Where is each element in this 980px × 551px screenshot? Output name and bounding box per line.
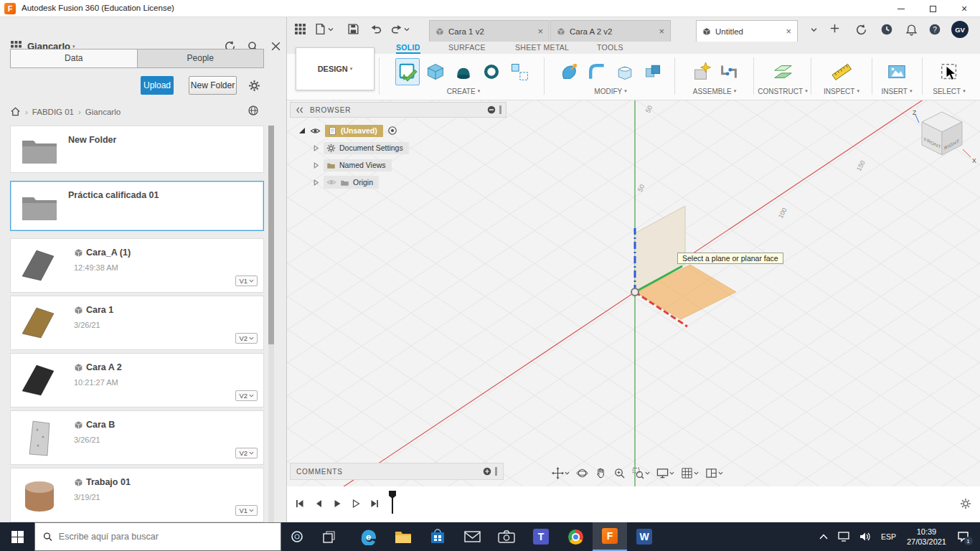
undo-icon[interactable] <box>370 23 382 35</box>
sync-status-icon[interactable] <box>854 22 868 37</box>
tab-close-icon[interactable]: × <box>781 26 791 37</box>
taskbar-edge[interactable]: e <box>352 522 386 551</box>
help-icon[interactable] <box>928 22 942 37</box>
add-comment-plus-icon[interactable] <box>482 466 492 476</box>
save-icon[interactable] <box>347 23 359 35</box>
breadcrumb-current[interactable]: Giancarlo <box>85 108 121 116</box>
taskbar-clock[interactable]: 10:39 27/03/2021 <box>901 527 952 547</box>
folder-card[interactable]: New Folder <box>10 126 264 173</box>
press-pull-button[interactable] <box>557 58 581 85</box>
fillet-button[interactable] <box>585 58 609 85</box>
insert-canvas-button[interactable] <box>885 58 909 85</box>
network-icon[interactable] <box>833 522 854 551</box>
version-dropdown[interactable]: V1 <box>235 505 258 516</box>
task-view-button[interactable] <box>313 522 344 551</box>
language-indicator[interactable]: ESP <box>876 522 901 551</box>
volume-icon[interactable] <box>854 522 876 551</box>
modify-menu[interactable]: MODIFY▾ <box>547 88 674 95</box>
file-card[interactable]: Cara_A (1) 12:49:38 AM V1 <box>10 238 264 293</box>
browser-root-row[interactable]: (Unsaved) <box>298 123 397 138</box>
viewport-canvas[interactable]: 50 50 100 150 BROWSER (Unsaved) <box>287 100 980 486</box>
workspace-selector[interactable]: DESIGN▾ <box>296 47 374 90</box>
timeline-position-marker[interactable] <box>387 491 397 515</box>
upload-button[interactable]: Upload <box>141 76 174 95</box>
revolve-button[interactable] <box>451 58 476 85</box>
user-avatar[interactable]: GV <box>951 21 969 38</box>
version-dropdown[interactable]: V2 <box>235 333 258 344</box>
create-form-button[interactable] <box>423 58 448 85</box>
pan-button[interactable] <box>550 466 572 481</box>
browser-row-named-views[interactable]: Named Views <box>313 158 392 172</box>
visibility-eye-icon[interactable] <box>310 126 321 136</box>
expander-icon[interactable] <box>313 162 319 169</box>
file-menu-icon[interactable] <box>314 23 326 35</box>
step-forward-button[interactable] <box>350 498 362 509</box>
tab-close-icon[interactable]: × <box>654 26 664 37</box>
tab-close-icon[interactable]: × <box>533 26 543 37</box>
minimize-button[interactable] <box>885 0 917 17</box>
new-folder-button[interactable]: New Folder <box>189 76 237 95</box>
file-card[interactable]: Trabajo 01 3/19/21 V1 <box>10 468 264 522</box>
file-card[interactable]: Cara A 2 10:21:27 AM V2 <box>10 353 264 408</box>
redo-icon[interactable] <box>390 23 402 35</box>
taskbar-file-explorer[interactable] <box>386 522 420 551</box>
collapse-panel-icon[interactable] <box>295 105 304 115</box>
select-menu[interactable]: SELECT▾ <box>923 88 976 95</box>
globe-icon[interactable] <box>248 105 259 116</box>
activate-component-radio-icon[interactable] <box>387 126 397 136</box>
maximize-button[interactable] <box>917 0 948 17</box>
joint-button[interactable] <box>717 58 741 85</box>
hidden-icons-button[interactable] <box>814 522 833 551</box>
browser-row-origin[interactable]: Origin <box>313 175 379 189</box>
tab-tools[interactable]: TOOLS <box>597 43 623 52</box>
timeline-settings-gear-icon[interactable] <box>960 498 971 509</box>
construct-menu[interactable]: CONSTRUCT▾ <box>755 88 811 95</box>
new-component-button[interactable] <box>689 58 713 85</box>
tab-data[interactable]: Data <box>11 50 137 67</box>
version-dropdown[interactable]: V2 <box>235 390 258 401</box>
zoom-window-button[interactable] <box>630 466 652 481</box>
assemble-menu[interactable]: ASSEMBLE▾ <box>676 88 753 95</box>
browser-row-document-settings[interactable]: Document Settings <box>313 141 409 155</box>
viewport-layout-button[interactable] <box>703 466 725 481</box>
version-dropdown[interactable]: V2 <box>235 448 258 458</box>
skip-to-start-button[interactable] <box>294 498 306 509</box>
document-root-chip[interactable]: (Unsaved) <box>325 125 383 137</box>
scrollbar-track[interactable] <box>268 126 274 522</box>
pattern-button[interactable] <box>507 58 532 85</box>
expander-icon[interactable] <box>313 145 319 151</box>
breadcrumb-root[interactable]: FABDIG 01 <box>32 108 74 116</box>
file-card[interactable]: Cara 1 3/26/21 V2 <box>10 296 264 350</box>
start-button[interactable] <box>0 522 34 551</box>
taskbar-word[interactable]: W <box>627 522 661 551</box>
hand-pan-button[interactable] <box>593 466 609 481</box>
measure-button[interactable] <box>829 58 854 85</box>
file-panel-icon[interactable] <box>294 23 306 35</box>
chevron-down-icon[interactable] <box>404 27 410 32</box>
browser-panel-header[interactable]: BROWSER <box>290 102 507 118</box>
skip-to-end-button[interactable] <box>369 498 380 509</box>
search-input[interactable] <box>59 532 273 542</box>
close-panel-icon[interactable] <box>270 40 282 52</box>
comments-bar[interactable]: COMMENTS <box>290 463 504 480</box>
taskbar-search[interactable] <box>34 522 281 551</box>
taskbar-teams[interactable]: T <box>524 522 558 551</box>
collapse-all-icon[interactable] <box>298 127 306 134</box>
taskbar-store[interactable] <box>420 522 455 551</box>
job-status-clock-icon[interactable] <box>880 22 894 37</box>
zoom-button[interactable] <box>611 466 628 481</box>
step-back-button[interactable] <box>313 498 324 509</box>
origin-point[interactable] <box>631 288 639 296</box>
shell-button[interactable] <box>613 58 637 85</box>
scrollbar-thumb[interactable] <box>268 126 274 344</box>
taskbar-chrome[interactable] <box>558 522 593 551</box>
file-card[interactable]: Cara B 3/26/21 V2 <box>10 410 264 465</box>
combine-button[interactable] <box>641 58 665 85</box>
visibility-eye-off-icon[interactable] <box>326 177 336 187</box>
panel-settings-gear-icon[interactable] <box>248 80 260 92</box>
create-sketch-button[interactable] <box>395 58 420 85</box>
inspect-menu[interactable]: INSPECT▾ <box>812 88 871 95</box>
expander-icon[interactable] <box>313 179 319 186</box>
create-menu[interactable]: CREATE▾ <box>382 88 545 95</box>
display-settings-button[interactable] <box>654 466 677 481</box>
